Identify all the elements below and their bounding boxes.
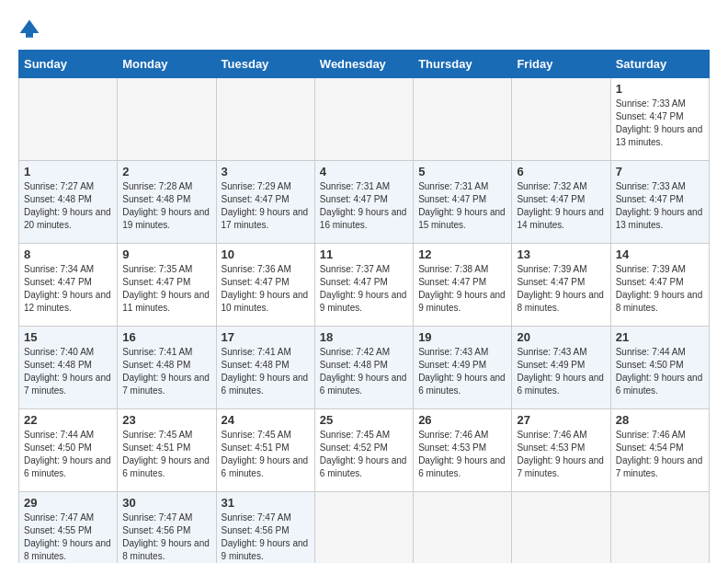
day-info: Sunrise: 7:45 AM Sunset: 4:52 PM Dayligh… bbox=[320, 429, 408, 480]
day-cell: 14 Sunrise: 7:39 AM Sunset: 4:47 PM Dayl… bbox=[610, 244, 709, 327]
day-cell: 11 Sunrise: 7:37 AM Sunset: 4:47 PM Dayl… bbox=[314, 244, 413, 327]
day-cell: 29 Sunrise: 7:47 AM Sunset: 4:55 PM Dayl… bbox=[19, 492, 118, 564]
day-cell bbox=[610, 492, 709, 564]
day-info: Sunrise: 7:28 AM Sunset: 4:48 PM Dayligh… bbox=[122, 180, 210, 232]
day-number: 7 bbox=[616, 165, 704, 178]
day-cell bbox=[414, 492, 512, 564]
day-cell: 16 Sunrise: 7:41 AM Sunset: 4:48 PM Dayl… bbox=[118, 327, 216, 409]
day-number: 19 bbox=[418, 330, 506, 344]
page-header bbox=[18, 18, 710, 40]
day-info: Sunrise: 7:42 AM Sunset: 4:48 PM Dayligh… bbox=[320, 346, 408, 397]
day-cell: 22 Sunrise: 7:44 AM Sunset: 4:50 PM Dayl… bbox=[19, 409, 118, 492]
column-header-friday: Friday bbox=[512, 51, 610, 78]
day-number: 14 bbox=[616, 247, 704, 261]
day-info: Sunrise: 7:37 AM Sunset: 4:47 PM Dayligh… bbox=[320, 263, 408, 315]
day-info: Sunrise: 7:39 AM Sunset: 4:47 PM Dayligh… bbox=[616, 263, 704, 315]
day-cell bbox=[19, 78, 118, 161]
day-number: 16 bbox=[122, 330, 210, 344]
day-info: Sunrise: 7:46 AM Sunset: 4:53 PM Dayligh… bbox=[418, 429, 506, 480]
day-cell: 1 Sunrise: 7:33 AM Sunset: 4:47 PM Dayli… bbox=[610, 78, 709, 161]
day-info: Sunrise: 7:33 AM Sunset: 4:47 PM Dayligh… bbox=[616, 180, 704, 232]
day-cell: 18 Sunrise: 7:42 AM Sunset: 4:48 PM Dayl… bbox=[314, 327, 413, 409]
day-info: Sunrise: 7:45 AM Sunset: 4:51 PM Dayligh… bbox=[222, 429, 310, 480]
day-info: Sunrise: 7:41 AM Sunset: 4:48 PM Dayligh… bbox=[122, 346, 210, 397]
day-cell: 4 Sunrise: 7:31 AM Sunset: 4:47 PM Dayli… bbox=[314, 161, 413, 244]
day-cell: 27 Sunrise: 7:46 AM Sunset: 4:53 PM Dayl… bbox=[512, 409, 610, 492]
day-number: 3 bbox=[222, 165, 310, 178]
header-row: SundayMondayTuesdayWednesdayThursdayFrid… bbox=[19, 51, 710, 78]
day-number: 6 bbox=[517, 165, 605, 178]
day-number: 31 bbox=[222, 496, 310, 510]
svg-marker-0 bbox=[20, 20, 40, 33]
day-info: Sunrise: 7:39 AM Sunset: 4:47 PM Dayligh… bbox=[517, 263, 605, 315]
day-cell: 8 Sunrise: 7:34 AM Sunset: 4:47 PM Dayli… bbox=[19, 244, 118, 327]
day-cell: 3 Sunrise: 7:29 AM Sunset: 4:47 PM Dayli… bbox=[216, 161, 314, 244]
day-number: 25 bbox=[320, 413, 408, 427]
day-number: 23 bbox=[122, 413, 210, 427]
day-cell: 7 Sunrise: 7:33 AM Sunset: 4:47 PM Dayli… bbox=[610, 161, 709, 244]
day-info: Sunrise: 7:41 AM Sunset: 4:48 PM Dayligh… bbox=[222, 346, 310, 397]
day-cell: 30 Sunrise: 7:47 AM Sunset: 4:56 PM Dayl… bbox=[118, 492, 216, 564]
day-number: 11 bbox=[320, 247, 408, 261]
day-cell: 20 Sunrise: 7:43 AM Sunset: 4:49 PM Dayl… bbox=[512, 327, 610, 409]
day-number: 13 bbox=[517, 247, 605, 261]
day-info: Sunrise: 7:47 AM Sunset: 4:55 PM Dayligh… bbox=[24, 511, 112, 563]
column-header-sunday: Sunday bbox=[19, 51, 118, 78]
day-number: 17 bbox=[222, 330, 310, 344]
day-number: 20 bbox=[517, 330, 605, 344]
day-info: Sunrise: 7:46 AM Sunset: 4:54 PM Dayligh… bbox=[616, 429, 704, 480]
column-header-thursday: Thursday bbox=[414, 51, 512, 78]
day-cell: 23 Sunrise: 7:45 AM Sunset: 4:51 PM Dayl… bbox=[118, 409, 216, 492]
day-number: 15 bbox=[24, 330, 112, 344]
day-cell bbox=[314, 78, 413, 161]
day-cell: 25 Sunrise: 7:45 AM Sunset: 4:52 PM Dayl… bbox=[314, 409, 413, 492]
day-info: Sunrise: 7:47 AM Sunset: 4:56 PM Dayligh… bbox=[122, 511, 210, 563]
column-header-monday: Monday bbox=[118, 51, 216, 78]
day-info: Sunrise: 7:46 AM Sunset: 4:53 PM Dayligh… bbox=[517, 429, 605, 480]
day-info: Sunrise: 7:34 AM Sunset: 4:47 PM Dayligh… bbox=[24, 263, 112, 315]
day-number: 30 bbox=[122, 496, 210, 510]
day-number: 1 bbox=[24, 165, 112, 178]
day-info: Sunrise: 7:43 AM Sunset: 4:49 PM Dayligh… bbox=[517, 346, 605, 397]
day-cell: 10 Sunrise: 7:36 AM Sunset: 4:47 PM Dayl… bbox=[216, 244, 314, 327]
day-cell bbox=[314, 492, 413, 564]
day-number: 21 bbox=[616, 330, 704, 344]
day-info: Sunrise: 7:38 AM Sunset: 4:47 PM Dayligh… bbox=[418, 263, 506, 315]
day-number: 9 bbox=[122, 247, 210, 261]
day-cell: 6 Sunrise: 7:32 AM Sunset: 4:47 PM Dayli… bbox=[512, 161, 610, 244]
day-info: Sunrise: 7:44 AM Sunset: 4:50 PM Dayligh… bbox=[24, 429, 112, 480]
day-info: Sunrise: 7:32 AM Sunset: 4:47 PM Dayligh… bbox=[517, 180, 605, 232]
day-number: 18 bbox=[320, 330, 408, 344]
day-cell: 9 Sunrise: 7:35 AM Sunset: 4:47 PM Dayli… bbox=[118, 244, 216, 327]
day-cell: 13 Sunrise: 7:39 AM Sunset: 4:47 PM Dayl… bbox=[512, 244, 610, 327]
day-number: 24 bbox=[222, 413, 310, 427]
day-number: 2 bbox=[122, 165, 210, 178]
day-cell bbox=[414, 78, 512, 161]
day-info: Sunrise: 7:47 AM Sunset: 4:56 PM Dayligh… bbox=[222, 511, 310, 563]
week-row-5: 22 Sunrise: 7:44 AM Sunset: 4:50 PM Dayl… bbox=[19, 409, 710, 492]
day-info: Sunrise: 7:44 AM Sunset: 4:50 PM Dayligh… bbox=[616, 346, 704, 397]
day-info: Sunrise: 7:35 AM Sunset: 4:47 PM Dayligh… bbox=[122, 263, 210, 315]
logo-icon bbox=[18, 18, 40, 40]
day-cell bbox=[512, 492, 610, 564]
svg-rect-1 bbox=[26, 33, 33, 38]
day-number: 10 bbox=[222, 247, 310, 261]
day-cell: 21 Sunrise: 7:44 AM Sunset: 4:50 PM Dayl… bbox=[610, 327, 709, 409]
day-cell: 1 Sunrise: 7:27 AM Sunset: 4:48 PM Dayli… bbox=[19, 161, 118, 244]
day-cell: 15 Sunrise: 7:40 AM Sunset: 4:48 PM Dayl… bbox=[19, 327, 118, 409]
column-header-wednesday: Wednesday bbox=[314, 51, 413, 78]
day-cell: 19 Sunrise: 7:43 AM Sunset: 4:49 PM Dayl… bbox=[414, 327, 512, 409]
week-row-1: 1 Sunrise: 7:33 AM Sunset: 4:47 PM Dayli… bbox=[19, 78, 710, 161]
day-number: 22 bbox=[24, 413, 112, 427]
day-cell: 28 Sunrise: 7:46 AM Sunset: 4:54 PM Dayl… bbox=[610, 409, 709, 492]
day-cell: 12 Sunrise: 7:38 AM Sunset: 4:47 PM Dayl… bbox=[414, 244, 512, 327]
day-cell: 17 Sunrise: 7:41 AM Sunset: 4:48 PM Dayl… bbox=[216, 327, 314, 409]
day-number: 8 bbox=[24, 247, 112, 261]
day-info: Sunrise: 7:43 AM Sunset: 4:49 PM Dayligh… bbox=[418, 346, 506, 397]
day-info: Sunrise: 7:36 AM Sunset: 4:47 PM Dayligh… bbox=[222, 263, 310, 315]
week-row-3: 8 Sunrise: 7:34 AM Sunset: 4:47 PM Dayli… bbox=[19, 244, 710, 327]
day-cell: 24 Sunrise: 7:45 AM Sunset: 4:51 PM Dayl… bbox=[216, 409, 314, 492]
week-row-6: 29 Sunrise: 7:47 AM Sunset: 4:55 PM Dayl… bbox=[19, 492, 710, 564]
day-number: 4 bbox=[320, 165, 408, 178]
day-info: Sunrise: 7:40 AM Sunset: 4:48 PM Dayligh… bbox=[24, 346, 112, 397]
